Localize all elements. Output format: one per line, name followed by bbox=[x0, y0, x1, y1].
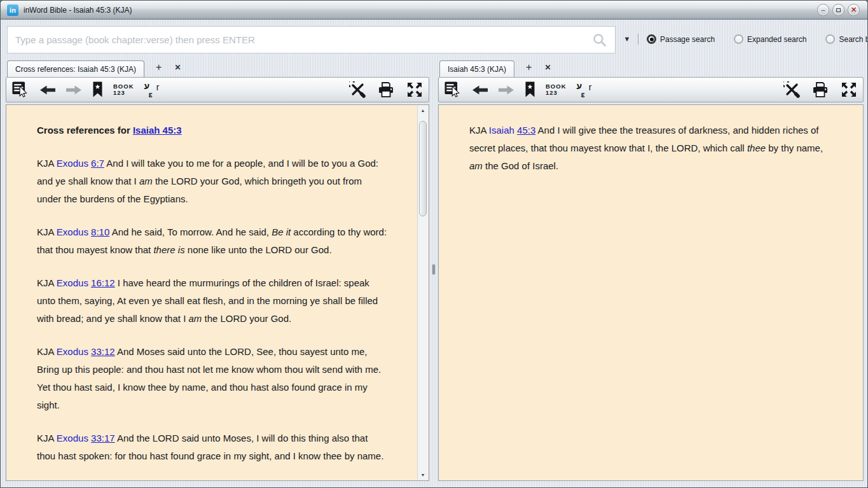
splitter-handle-icon bbox=[432, 265, 435, 274]
tab-passage[interactable]: Isaiah 45:3 (KJA) bbox=[439, 60, 514, 77]
bookmark-icon[interactable] bbox=[524, 81, 536, 98]
version-label: KJA bbox=[469, 125, 489, 136]
radio-expanded-search[interactable]: Expanded search bbox=[734, 34, 806, 44]
left-toolbar: BOOK 123 ע r ε bbox=[6, 77, 429, 102]
left-toolbar-right bbox=[349, 81, 423, 98]
radio-label: Passage search bbox=[660, 35, 715, 44]
book-link[interactable]: Exodus bbox=[57, 346, 88, 357]
expand-icon[interactable] bbox=[406, 81, 423, 98]
search-mode-group: Passage searchExpanded searchSearch both bbox=[647, 20, 868, 58]
scrollbar-thumb[interactable] bbox=[419, 121, 427, 216]
verse-text: am bbox=[188, 313, 202, 324]
verse-ref-link[interactable]: 33:12 bbox=[91, 346, 115, 357]
verse-text: And he said, To morrow. And he said, bbox=[112, 227, 272, 237]
window-controls: – ✕ bbox=[817, 4, 861, 16]
new-tab-button[interactable]: + bbox=[526, 62, 532, 73]
verse-text: And Moses said unto the LORD, See, thou … bbox=[37, 346, 381, 410]
verse-ref-link[interactable]: 45:3 bbox=[517, 125, 535, 136]
verse-ref-link[interactable]: 6:7 bbox=[91, 158, 104, 169]
greek-char: ε bbox=[149, 90, 153, 99]
book-numbers-icon[interactable]: BOOK 123 bbox=[546, 83, 567, 96]
greek-char: ε bbox=[581, 90, 585, 99]
passage-text: KJA Isaiah 45:3 And I will give thee the… bbox=[439, 105, 863, 175]
numbers-label: 123 bbox=[546, 90, 558, 96]
latin-char: r bbox=[589, 82, 592, 92]
scroll-down-icon[interactable]: ▼ bbox=[418, 470, 428, 480]
verse-ref-link[interactable]: 8:10 bbox=[91, 227, 109, 237]
select-verse-icon[interactable] bbox=[12, 81, 30, 99]
radio-search-both[interactable]: Search both bbox=[825, 34, 868, 44]
expand-icon[interactable] bbox=[841, 81, 857, 98]
passage-pane: Isaiah 45:3 (KJA) + ✕ bbox=[438, 58, 864, 481]
passage-content: KJA Isaiah 45:3 And I will give thee the… bbox=[438, 104, 864, 481]
left-tab-row: Cross references: Isaiah 45:3 (KJA) + ✕ bbox=[6, 58, 429, 77]
book-numbers-icon[interactable]: BOOK 123 bbox=[113, 83, 134, 96]
verse: KJA Exodus 8:10 And he said, To morrow. … bbox=[37, 223, 389, 259]
radio-icon bbox=[647, 34, 656, 44]
tools-icon[interactable] bbox=[783, 81, 800, 98]
print-icon[interactable] bbox=[378, 82, 394, 98]
book-link[interactable]: Exodus bbox=[57, 277, 88, 288]
back-icon[interactable] bbox=[472, 85, 488, 95]
back-icon[interactable] bbox=[39, 85, 56, 95]
new-tab-button[interactable]: + bbox=[156, 62, 162, 73]
tools-icon[interactable] bbox=[349, 81, 366, 98]
verse-list: KJA Isaiah 45:3 And I will give thee the… bbox=[469, 122, 834, 175]
verse: KJA Exodus 6:7 And I will take you to me… bbox=[37, 155, 389, 208]
verse-text: by thy name, bbox=[766, 143, 823, 153]
verse-ref-link[interactable]: 33:17 bbox=[91, 433, 115, 443]
scroll-up-icon[interactable]: ▲ bbox=[418, 106, 428, 115]
tab-cross-references[interactable]: Cross references: Isaiah 45:3 (KJA) bbox=[7, 60, 144, 77]
heading-prefix: Cross references for bbox=[37, 125, 133, 136]
separator bbox=[638, 34, 638, 45]
verse-list: KJA Exodus 6:7 And I will take you to me… bbox=[37, 155, 389, 481]
vertical-scrollbar[interactable]: ▲ ▼ bbox=[417, 106, 428, 480]
book-link[interactable]: Exodus bbox=[57, 433, 88, 443]
close-tab-button[interactable]: ✕ bbox=[544, 64, 551, 71]
verse-ref-link[interactable]: 16:12 bbox=[91, 277, 115, 288]
cross-references-text: Cross references for Isaiah 45:3 KJA Exo… bbox=[6, 105, 418, 481]
radio-passage-search[interactable]: Passage search bbox=[647, 34, 715, 44]
verse-text: am bbox=[139, 176, 153, 186]
verse: KJA Exodus 33:12 And Moses said unto the… bbox=[37, 343, 389, 414]
version-label: KJA bbox=[37, 433, 57, 443]
search-box bbox=[7, 26, 616, 53]
search-row: ▼ Passage searchExpanded searchSearch bo… bbox=[1, 20, 867, 58]
original-languages-icon[interactable]: ע r ε bbox=[144, 81, 160, 98]
version-label: KJA bbox=[37, 158, 57, 169]
verse-text: the God of Israel. bbox=[483, 160, 558, 171]
version-label: KJA bbox=[37, 346, 57, 357]
heading-passage-link[interactable]: Isaiah 45:3 bbox=[133, 125, 182, 136]
version-label: KJA bbox=[37, 277, 57, 288]
verse-text: Be it bbox=[272, 227, 291, 237]
search-options-dropdown[interactable]: ▼ bbox=[621, 33, 633, 45]
close-tab-button[interactable]: ✕ bbox=[174, 64, 181, 71]
original-languages-icon[interactable]: ע r ε bbox=[576, 81, 592, 98]
print-icon[interactable] bbox=[812, 82, 829, 98]
passage-search-input[interactable] bbox=[8, 34, 592, 45]
close-button[interactable]: ✕ bbox=[848, 4, 860, 16]
verse-text: thee bbox=[747, 143, 766, 153]
title-bar: in inWord Bible - Isaiah 45:3 (KJA) – ✕ bbox=[1, 1, 867, 20]
forward-icon[interactable] bbox=[498, 85, 514, 95]
select-verse-icon[interactable] bbox=[444, 81, 462, 99]
forward-icon[interactable] bbox=[65, 85, 82, 95]
book-link[interactable]: Exodus bbox=[57, 227, 88, 237]
verse-text: And the LORD said unto Moses, I will do … bbox=[37, 433, 383, 461]
verse: KJA Isaiah 45:3 And I will give thee the… bbox=[469, 122, 834, 175]
right-tab-row: Isaiah 45:3 (KJA) + ✕ bbox=[438, 58, 864, 77]
book-link[interactable]: Isaiah bbox=[489, 125, 514, 136]
verse-text: there is bbox=[153, 244, 184, 255]
cross-references-heading: Cross references for Isaiah 45:3 bbox=[37, 122, 389, 139]
pane-splitter[interactable] bbox=[429, 58, 438, 481]
maximize-button[interactable] bbox=[832, 4, 844, 16]
book-link[interactable]: Exodus bbox=[57, 158, 88, 169]
latin-char: r bbox=[156, 82, 160, 92]
search-icon[interactable] bbox=[592, 32, 607, 48]
radio-icon bbox=[825, 34, 835, 44]
minimize-button[interactable]: – bbox=[817, 4, 829, 16]
right-toolbar-right bbox=[783, 81, 857, 98]
cross-references-content: Cross references for Isaiah 45:3 KJA Exo… bbox=[6, 104, 429, 481]
cross-references-pane: Cross references: Isaiah 45:3 (KJA) + ✕ bbox=[6, 58, 429, 481]
bookmark-icon[interactable] bbox=[92, 81, 104, 98]
